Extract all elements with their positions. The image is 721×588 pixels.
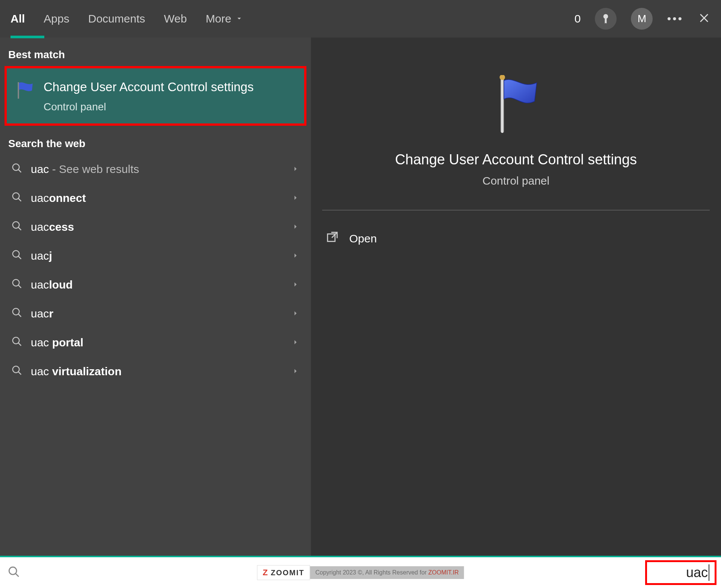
- search-icon: [11, 162, 23, 176]
- tab-all[interactable]: All: [11, 0, 25, 38]
- web-result-item[interactable]: uacr: [0, 299, 311, 328]
- preview-subtitle: Control panel: [483, 174, 549, 187]
- watermark-copy-brand: ZOOMIT.IR: [428, 569, 459, 576]
- web-result-label: uacr: [31, 307, 283, 320]
- more-options-button[interactable]: •••: [667, 12, 683, 25]
- search-icon: [11, 220, 23, 234]
- tab-label: All: [11, 12, 25, 25]
- results-pane: Best match Change User Account Control s…: [0, 38, 311, 556]
- svg-point-20: [9, 567, 17, 574]
- svg-point-5: [13, 221, 20, 228]
- main-content: Best match Change User Account Control s…: [0, 38, 721, 556]
- watermark: Z ZOOMIT Copyright 2023 ©, All Rights Re…: [257, 565, 464, 580]
- web-result-label: uacj: [31, 250, 283, 262]
- search-input-value: uac: [686, 565, 708, 580]
- search-icon: [8, 565, 20, 580]
- svg-line-4: [18, 198, 21, 201]
- web-result-label: uac - See web results: [31, 163, 283, 176]
- tab-documents[interactable]: Documents: [88, 0, 145, 38]
- flag-icon: [14, 80, 35, 102]
- svg-line-21: [15, 573, 19, 577]
- open-label: Open: [349, 232, 377, 245]
- svg-line-6: [18, 227, 21, 230]
- search-web-header: Search the web: [0, 130, 311, 155]
- search-icon: [11, 191, 23, 205]
- tab-label: Documents: [88, 12, 145, 25]
- best-match-header: Best match: [0, 41, 311, 66]
- svg-line-16: [18, 371, 21, 374]
- web-result-label: uaccess: [31, 221, 283, 233]
- top-right-controls: 0 M •••: [575, 8, 710, 30]
- tab-label: Apps: [44, 12, 69, 25]
- web-results-list: uac - See web resultsuaconnectuaccessuac…: [0, 155, 311, 386]
- web-result-item[interactable]: uacloud: [0, 271, 311, 299]
- web-result-item[interactable]: uacj: [0, 242, 311, 271]
- text-caret: [709, 564, 709, 581]
- rewards-badge-icon[interactable]: [595, 8, 617, 30]
- web-result-label: uac virtualization: [31, 365, 283, 378]
- user-avatar[interactable]: M: [631, 8, 653, 30]
- chevron-right-icon: [291, 163, 300, 176]
- chevron-right-icon: [291, 192, 300, 205]
- watermark-copy-prefix: Copyright 2023 ©, All Rights Reserved fo…: [315, 569, 428, 576]
- search-icon: [11, 336, 23, 350]
- search-icon: [11, 365, 23, 379]
- web-result-item[interactable]: uac portal: [0, 328, 311, 357]
- tab-apps[interactable]: Apps: [44, 0, 69, 38]
- svg-line-8: [18, 256, 21, 259]
- search-input[interactable]: uac: [645, 560, 716, 585]
- preview-title: Change User Account Control settings: [395, 152, 637, 168]
- chevron-right-icon: [291, 250, 300, 262]
- svg-line-12: [18, 314, 21, 317]
- svg-point-15: [13, 366, 20, 373]
- chevron-right-icon: [291, 365, 300, 378]
- web-result-item[interactable]: uaconnect: [0, 184, 311, 213]
- search-icon: [11, 307, 23, 321]
- best-match-title: Change User Account Control settings: [44, 79, 253, 96]
- svg-rect-0: [18, 82, 19, 99]
- filter-tabs: All Apps Documents Web More: [11, 0, 243, 38]
- svg-point-9: [13, 279, 20, 286]
- rewards-count: 0: [575, 12, 581, 25]
- divider: [322, 210, 710, 211]
- search-icon: [11, 278, 23, 292]
- best-match-result[interactable]: Change User Account Control settings Con…: [5, 66, 306, 126]
- svg-point-11: [13, 308, 20, 315]
- web-result-item[interactable]: uac virtualization: [0, 357, 311, 386]
- watermark-logo-text: ZOOMIT: [271, 568, 305, 577]
- open-action[interactable]: Open: [322, 223, 710, 254]
- chevron-right-icon: [291, 221, 300, 233]
- svg-point-18: [499, 75, 505, 80]
- svg-rect-17: [501, 77, 504, 133]
- svg-line-2: [18, 169, 21, 172]
- search-window: All Apps Documents Web More 0 M •••: [0, 0, 721, 588]
- svg-line-10: [18, 285, 21, 288]
- tab-more[interactable]: More: [206, 0, 243, 38]
- tab-label: More: [206, 12, 231, 25]
- web-result-item[interactable]: uac - See web results: [0, 155, 311, 184]
- chevron-right-icon: [291, 278, 300, 291]
- web-result-label: uaconnect: [31, 192, 283, 205]
- close-button[interactable]: [698, 12, 710, 26]
- top-bar: All Apps Documents Web More 0 M •••: [0, 0, 721, 38]
- svg-point-1: [13, 164, 20, 170]
- svg-point-7: [13, 250, 20, 257]
- avatar-initial: M: [638, 13, 646, 25]
- search-bar[interactable]: Z ZOOMIT Copyright 2023 ©, All Rights Re…: [0, 556, 721, 588]
- search-icon: [11, 249, 23, 263]
- chevron-right-icon: [291, 336, 300, 349]
- tab-web[interactable]: Web: [164, 0, 187, 38]
- best-match-text: Change User Account Control settings Con…: [44, 79, 253, 113]
- best-match-subtitle: Control panel: [44, 101, 253, 113]
- svg-point-13: [13, 337, 20, 344]
- watermark-copyright: Copyright 2023 ©, All Rights Reserved fo…: [310, 566, 464, 579]
- chevron-right-icon: [291, 307, 300, 320]
- open-icon: [326, 231, 339, 246]
- preview-pane: Change User Account Control settings Con…: [311, 38, 721, 556]
- web-result-label: uacloud: [31, 278, 283, 291]
- web-result-item[interactable]: uaccess: [0, 213, 311, 242]
- svg-line-14: [18, 343, 21, 346]
- svg-point-3: [13, 192, 20, 199]
- watermark-logo: Z ZOOMIT: [257, 565, 310, 580]
- web-result-label: uac portal: [31, 336, 283, 349]
